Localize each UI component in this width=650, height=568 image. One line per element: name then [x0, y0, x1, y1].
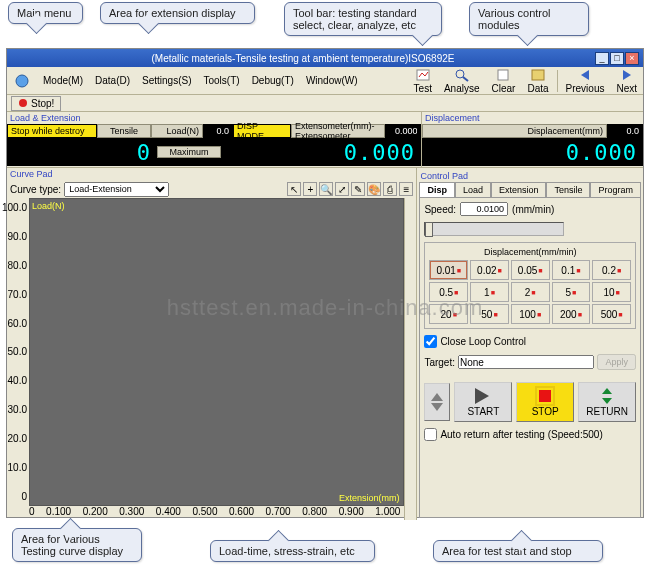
target-label: Target: — [424, 357, 455, 368]
next-icon — [618, 67, 636, 83]
tab-program[interactable]: Program — [590, 182, 641, 197]
load-extension-panel: Load & Extension Stop while destroy Tens… — [7, 112, 422, 167]
grid-cell[interactable]: 50■ — [470, 304, 509, 324]
y-axis-label: Load(N) — [32, 201, 65, 211]
toolbar-test[interactable]: Test — [408, 66, 438, 95]
minimize-button[interactable]: _ — [595, 52, 609, 65]
stop-button[interactable]: Stop! — [11, 96, 61, 111]
zoom-icon[interactable]: 🔍 — [319, 182, 333, 196]
load-value[interactable] — [207, 126, 229, 136]
return-icon — [599, 388, 615, 404]
grid-cell[interactable]: 0.02■ — [470, 260, 509, 280]
auto-return-checkbox[interactable] — [424, 428, 437, 441]
callout-toolbar: Tool bar: testing standard select, clear… — [284, 2, 442, 36]
load-label: Load(N) — [151, 124, 203, 138]
tab-extension[interactable]: Extension — [491, 182, 547, 197]
app-icon[interactable] — [7, 72, 37, 90]
grid-cell[interactable]: 0.05■ — [511, 260, 550, 280]
grid-cell[interactable]: 100■ — [511, 304, 550, 324]
maximum-label: Maximum — [157, 146, 221, 158]
toolbar-data[interactable]: Data — [521, 66, 554, 95]
grid-cell[interactable]: 500■ — [592, 304, 631, 324]
start-button[interactable]: START — [454, 382, 512, 422]
displacement-label: Displacement(mm) — [422, 124, 607, 138]
grid-cell[interactable]: 0.5■ — [429, 282, 468, 302]
crosshair-icon[interactable]: + — [303, 182, 317, 196]
speed-slider[interactable] — [424, 222, 564, 236]
grid-cell[interactable]: 0.2■ — [592, 260, 631, 280]
fit-icon[interactable]: ⤢ — [335, 182, 349, 196]
arrow-down-icon — [430, 402, 444, 412]
extensometer-value[interactable] — [395, 126, 417, 136]
main-menu: Mode(M) Data(D) Settings(S) Tools(T) Deb… — [7, 67, 643, 95]
curve-pad: Curve Pad Curve type: Load-Extension ↖ +… — [7, 168, 417, 520]
led-load: 0 — [7, 140, 157, 165]
return-button[interactable]: RETURN — [578, 382, 636, 422]
maximize-button[interactable]: □ — [610, 52, 624, 65]
palette-icon[interactable]: 🎨 — [367, 182, 381, 196]
displacement-value[interactable] — [617, 126, 639, 136]
grid-cell[interactable]: 2■ — [511, 282, 550, 302]
callout-load-time: Load-time, stress-strain, etc — [210, 540, 375, 562]
callout-extension-area: Area for extension display — [100, 2, 255, 24]
svg-point-0 — [16, 75, 28, 87]
toolbar-next[interactable]: Next — [610, 66, 643, 95]
tab-load[interactable]: Load — [455, 182, 491, 197]
control-pad: Control Pad Disp Load Extension Tensile … — [417, 168, 643, 520]
panel-title-disp: Displacement — [422, 112, 643, 124]
toolbar-analyse[interactable]: Analyse — [438, 66, 486, 95]
disp-mode-label: DISP MODE — [233, 124, 291, 138]
close-button[interactable]: × — [625, 52, 639, 65]
grid-cell[interactable]: 1■ — [470, 282, 509, 302]
data-icon — [529, 67, 547, 83]
pointer-icon[interactable]: ↖ — [287, 182, 301, 196]
led-displacement: 0.000 — [422, 140, 643, 165]
stop-icon — [18, 98, 28, 108]
stop-while-destroy-label: Stop while destroy — [7, 124, 97, 138]
menu-settings[interactable]: Settings(S) — [136, 74, 197, 87]
svg-point-6 — [19, 99, 27, 107]
menu-window[interactable]: Window(W) — [300, 74, 364, 87]
scrollbar-v[interactable] — [404, 198, 416, 520]
titlebar[interactable]: (Metallic materials-Tensile testing at a… — [7, 49, 643, 67]
menu-tools[interactable]: Tools(T) — [198, 74, 246, 87]
toolbar-clear[interactable]: Clear — [486, 66, 522, 95]
jog-buttons[interactable] — [424, 383, 450, 421]
clear-icon — [494, 67, 512, 83]
close-loop-label: Close Loop Control — [440, 336, 526, 347]
grid-cell[interactable]: 0.1■ — [552, 260, 591, 280]
svg-point-2 — [456, 70, 464, 78]
tensile-label: Tensile — [97, 124, 151, 138]
close-loop-checkbox[interactable] — [424, 335, 437, 348]
curve-type-label: Curve type: — [10, 184, 61, 195]
arrow-up-icon — [430, 392, 444, 402]
svg-rect-4 — [498, 70, 508, 80]
stop-test-button[interactable]: STOP — [516, 382, 574, 422]
toolbar-previous[interactable]: Previous — [560, 66, 611, 95]
menu-data[interactable]: Data(D) — [89, 74, 136, 87]
callout-curve-area: Area for Various Testing curve display — [12, 528, 142, 562]
curve-type-select[interactable]: Load-Extension — [64, 182, 169, 197]
speed-unit: (mm/min) — [512, 204, 554, 215]
test-icon — [414, 67, 432, 83]
pen-icon[interactable]: ✎ — [351, 182, 365, 196]
y-axis: 100.090.080.0 70.060.050.0 40.030.020.0 … — [7, 198, 29, 520]
control-tabs: Disp Load Extension Tensile Program — [419, 182, 641, 198]
tab-disp[interactable]: Disp — [419, 182, 455, 197]
menu-mode[interactable]: Mode(M) — [37, 74, 89, 87]
export-icon[interactable]: ≡ — [399, 182, 413, 196]
tab-tensile[interactable]: Tensile — [546, 182, 590, 197]
speed-label: Speed: — [424, 204, 456, 215]
grid-cell[interactable]: 0.01■ — [429, 260, 468, 280]
chart-area[interactable]: Load(N) Extension(mm) — [29, 198, 404, 506]
speed-input[interactable] — [460, 202, 508, 216]
grid-cell[interactable]: 20■ — [429, 304, 468, 324]
target-input[interactable] — [458, 355, 595, 369]
grid-cell[interactable]: 5■ — [552, 282, 591, 302]
grid-cell[interactable]: 10■ — [592, 282, 631, 302]
menu-debug[interactable]: Debug(T) — [246, 74, 300, 87]
apply-button[interactable]: Apply — [597, 354, 636, 370]
grid-cell[interactable]: 200■ — [552, 304, 591, 324]
svg-rect-5 — [532, 70, 544, 80]
print-icon[interactable]: ⎙ — [383, 182, 397, 196]
